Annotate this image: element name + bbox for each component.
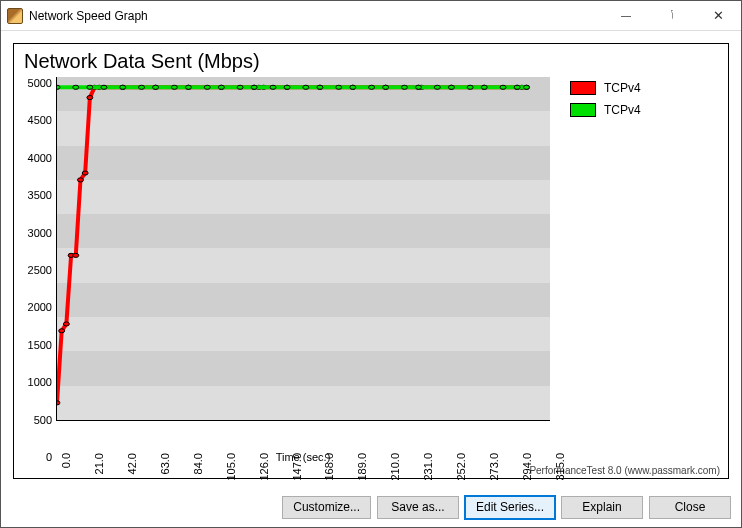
svg-point-34 xyxy=(153,85,159,89)
x-tick-label: 105.0 xyxy=(225,453,237,481)
legend-item: TCPv4 xyxy=(570,81,720,95)
x-tick-label: 210.0 xyxy=(389,453,401,481)
svg-point-44 xyxy=(317,85,323,89)
svg-point-6 xyxy=(82,171,88,175)
svg-point-46 xyxy=(350,85,356,89)
svg-point-51 xyxy=(434,85,440,89)
svg-point-2 xyxy=(63,322,69,326)
y-tick-label: 0 xyxy=(46,451,52,463)
svg-point-30 xyxy=(87,85,93,89)
save-as-button[interactable]: Save as... xyxy=(377,496,459,519)
y-tick-label: 1000 xyxy=(28,376,52,388)
x-tick-label: 84.0 xyxy=(192,453,204,474)
edit-series-button[interactable]: Edit Series... xyxy=(465,496,555,519)
y-tick-label: 3500 xyxy=(28,189,52,201)
legend-label: TCPv4 xyxy=(604,103,641,117)
svg-point-31 xyxy=(101,85,107,89)
svg-point-48 xyxy=(383,85,389,89)
svg-point-1 xyxy=(59,329,65,333)
x-tick-label: 315.0 xyxy=(554,453,566,481)
customize-button[interactable]: Customize... xyxy=(282,496,371,519)
plot-column: 5000450040003500300025002000150010005000… xyxy=(22,77,550,463)
svg-point-36 xyxy=(186,85,192,89)
x-tick-label: 189.0 xyxy=(356,453,368,481)
svg-point-0 xyxy=(57,401,60,405)
svg-point-41 xyxy=(270,85,276,89)
x-axis: Time (sec.) 0.021.042.063.084.0105.0126.… xyxy=(56,421,550,463)
svg-point-45 xyxy=(336,85,342,89)
y-tick-label: 1500 xyxy=(28,339,52,351)
svg-point-40 xyxy=(251,85,257,89)
svg-point-53 xyxy=(467,85,473,89)
svg-point-28 xyxy=(57,85,60,89)
titlebar: Network Speed Graph — ݳ ✕ xyxy=(1,1,741,31)
svg-point-56 xyxy=(514,85,520,89)
svg-point-37 xyxy=(204,85,210,89)
svg-point-29 xyxy=(73,85,79,89)
content-area: Network Data Sent (Mbps) 500045004000350… xyxy=(1,31,741,487)
plot-area xyxy=(56,77,550,421)
legend: TCPv4TCPv4 xyxy=(570,77,720,463)
chart-title: Network Data Sent (Mbps) xyxy=(22,48,720,77)
y-tick-label: 5000 xyxy=(28,77,52,89)
svg-point-35 xyxy=(171,85,177,89)
y-axis: 5000450040003500300025002000150010005000 xyxy=(22,77,56,463)
y-tick-label: 4000 xyxy=(28,152,52,164)
legend-swatch xyxy=(570,103,596,117)
x-tick-label: 252.0 xyxy=(455,453,467,481)
x-tick-label: 42.0 xyxy=(126,453,138,474)
svg-point-57 xyxy=(524,85,530,89)
chart-frame: Network Data Sent (Mbps) 500045004000350… xyxy=(13,43,729,479)
y-tick-label: 2000 xyxy=(28,301,52,313)
svg-point-4 xyxy=(73,253,79,257)
legend-item: TCPv4 xyxy=(570,103,720,117)
close-window-button[interactable]: ✕ xyxy=(695,1,741,31)
app-icon xyxy=(7,8,23,24)
window-title: Network Speed Graph xyxy=(29,9,148,23)
svg-point-55 xyxy=(500,85,506,89)
svg-point-7 xyxy=(87,96,93,100)
y-tick-label: 4500 xyxy=(28,114,52,126)
svg-point-33 xyxy=(139,85,145,89)
svg-point-43 xyxy=(303,85,309,89)
x-tick-label: 231.0 xyxy=(422,453,434,481)
x-tick-label: 21.0 xyxy=(93,453,105,474)
x-tick-label: 168.0 xyxy=(323,453,335,481)
explain-button[interactable]: Explain xyxy=(561,496,643,519)
svg-point-49 xyxy=(401,85,407,89)
x-tick-label: 126.0 xyxy=(258,453,270,481)
legend-swatch xyxy=(570,81,596,95)
svg-point-32 xyxy=(120,85,126,89)
x-tick-label: 147.0 xyxy=(291,453,303,481)
svg-point-50 xyxy=(416,85,422,89)
maximize-button[interactable]: ݳ xyxy=(649,1,695,31)
y-tick-label: 500 xyxy=(34,414,52,426)
app-window: Network Speed Graph — ݳ ✕ Network Data S… xyxy=(0,0,742,528)
x-tick-label: 63.0 xyxy=(159,453,171,474)
svg-point-52 xyxy=(448,85,454,89)
x-tick-label: 294.0 xyxy=(521,453,533,481)
svg-point-5 xyxy=(78,178,84,182)
svg-point-42 xyxy=(284,85,290,89)
close-button[interactable]: Close xyxy=(649,496,731,519)
svg-point-54 xyxy=(481,85,487,89)
svg-point-47 xyxy=(369,85,375,89)
y-tick-label: 2500 xyxy=(28,264,52,276)
button-row: Customize... Save as... Edit Series... E… xyxy=(1,487,741,527)
legend-label: TCPv4 xyxy=(604,81,641,95)
minimize-button[interactable]: — xyxy=(603,1,649,31)
svg-point-39 xyxy=(237,85,243,89)
svg-point-38 xyxy=(218,85,224,89)
y-tick-label: 3000 xyxy=(28,227,52,239)
x-tick-label: 273.0 xyxy=(488,453,500,481)
x-tick-label: 0.0 xyxy=(60,453,72,468)
